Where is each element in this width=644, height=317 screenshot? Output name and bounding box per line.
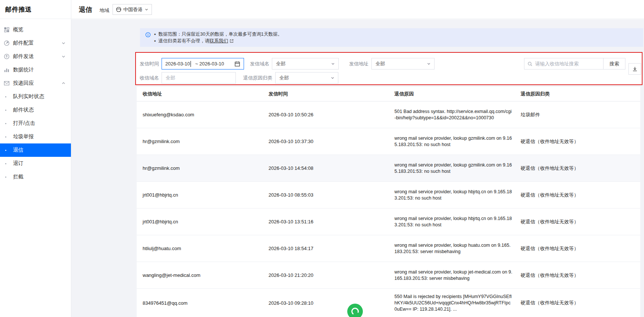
cell-bounce-category: 硬退信（收件地址无效等）	[521, 245, 640, 252]
page-title: 退信	[79, 5, 92, 14]
search-input[interactable]: 请输入收信地址搜索	[524, 58, 603, 69]
sidebar-subitem-2[interactable]: 打开/点击	[0, 117, 71, 130]
col-bounce-reason: 退信原因	[394, 91, 521, 97]
bullet-icon	[5, 123, 6, 124]
region-value: 中国香港	[123, 6, 143, 13]
send-address-select[interactable]: 全部	[371, 58, 435, 69]
cell-bounce-category: 硬退信（收件地址无效等）	[521, 219, 640, 225]
download-icon	[632, 66, 638, 72]
filter-panel: 发信时间 2026-03-10 ~ 2026-03-10 发信域名 全部 发信地…	[135, 52, 643, 85]
cell-bounce-category: 垃圾邮件	[521, 111, 640, 118]
cell-send-time: 2026-03-10 10:50:26	[269, 112, 394, 117]
col-send-time: 发信时间	[269, 91, 394, 97]
loading-spinner	[347, 304, 363, 317]
sidebar-item-label: 邮件配置	[13, 40, 34, 46]
table-row: 834976451@qq.com 2026-03-10 09:28:10 550…	[137, 289, 640, 317]
sidebar-subitem-label: 邮件状态	[13, 107, 34, 113]
mail-icon	[4, 80, 10, 86]
col-recipient-address: 收信地址	[143, 91, 269, 97]
cell-bounce-reason: wrong mail service provider, lookup gzmi…	[394, 162, 521, 175]
cell-send-time: 2026-03-10 08:55:03	[269, 192, 394, 198]
bounce-table: 收信地址 发信时间 退信原因 退信原因归类 shixuefeng@ksdao.c…	[137, 87, 640, 317]
sidebar-item-label: 概览	[13, 26, 23, 33]
send-domain-value: 全部	[276, 61, 286, 67]
table-row: htliulj@huatu.com 2026-03-10 18:54:17 wr…	[137, 235, 640, 262]
bullet-icon	[5, 177, 6, 178]
cell-bounce-reason: 550 Mail is rejected by recipients [MHum…	[394, 294, 521, 313]
date-end-value: ~ 2026-03-10	[195, 61, 224, 67]
table-row: hr@gzmilink.com 2026-03-10 14:54:08 wron…	[137, 155, 640, 182]
cell-bounce-reason: wrong mail service provider, lookup hbjr…	[394, 189, 521, 201]
cell-recipient-address: hr@gzmilink.com	[143, 165, 269, 171]
cell-recipient-address: jrt001@hbjrtq.cn	[143, 219, 269, 224]
sidebar-subitem-label: 垃圾举报	[13, 133, 34, 140]
bounce-category-value: 全部	[279, 75, 289, 81]
table-row: hr@gzmilink.com 2026-03-10 10:37:30 wron…	[137, 128, 640, 155]
config-icon	[4, 40, 10, 46]
send-domain-select[interactable]: 全部	[272, 58, 339, 69]
bullet-icon	[5, 163, 6, 164]
grid-icon	[4, 27, 10, 33]
table-row: shixuefeng@ksdao.com 2026-03-10 10:50:26…	[137, 101, 640, 128]
contact-us-link[interactable]: 联系我们	[209, 38, 228, 45]
sidebar-item-label: 数据统计	[13, 67, 34, 73]
send-address-label: 发信地址	[349, 61, 368, 67]
search-placeholder: 请输入收信地址搜索	[535, 61, 579, 67]
cell-recipient-address: htliulj@huatu.com	[143, 246, 269, 251]
banner-text-2: 退信归类若有不合理，请	[159, 38, 210, 45]
date-start-value: 2026-03-10	[165, 61, 190, 67]
info-banner: • 数据范围：只保留近30天的数据，单次最多可查询1天数据。 • 退信归类若有不…	[140, 28, 643, 47]
cell-recipient-address: shixuefeng@ksdao.com	[143, 112, 269, 117]
region-selector[interactable]: 中国香港	[113, 4, 152, 15]
region-label: 地域	[100, 7, 109, 14]
table-row: jrt001@hbjrtq.cn 2026-03-10 08:55:03 wro…	[137, 182, 640, 208]
banner-text-1: 数据范围：只保留近30天的数据，单次最多可查询1天数据。	[159, 31, 282, 38]
sidebar-item-0[interactable]: 概览	[0, 23, 71, 36]
cell-recipient-address: hr@gzmilink.com	[143, 139, 269, 144]
cell-bounce-category: 硬退信（收件地址无效等）	[521, 192, 640, 198]
globe-icon	[116, 7, 121, 12]
chevron-down-icon	[61, 41, 66, 45]
cell-recipient-address: 834976451@qq.com	[143, 300, 269, 306]
cell-send-time: 2026-03-10 21:20:20	[269, 272, 394, 278]
cell-bounce-category: 硬退信（收件地址无效等）	[521, 300, 640, 306]
cell-bounce-reason: wrong mail service provider, lookup gzmi…	[394, 135, 521, 148]
app-header: 邮件推送	[0, 0, 71, 19]
bounce-category-select[interactable]: 全部	[275, 72, 338, 84]
cell-send-time: 2026-03-10 14:54:08	[269, 165, 394, 171]
table-header: 收信地址 发信时间 退信原因 退信原因归类	[137, 87, 640, 101]
sidebar-subitem-1[interactable]: 邮件状态	[0, 103, 71, 117]
send-time-label: 发信时间	[140, 61, 159, 67]
date-range-input[interactable]: 2026-03-10 ~ 2026-03-10	[162, 58, 244, 69]
sidebar-subitem-0[interactable]: 队列实时状态	[0, 90, 71, 103]
sidebar-item-2[interactable]: 邮件发送	[0, 50, 71, 63]
sidebar-subitem-5[interactable]: 退订	[0, 157, 71, 170]
send-address-value: 全部	[375, 61, 385, 67]
banner-line-1: • 数据范围：只保留近30天的数据，单次最多可查询1天数据。	[154, 31, 282, 38]
sidebar-item-4[interactable]: 投递回应	[0, 77, 71, 90]
sidebar-subitem-3[interactable]: 垃圾举报	[0, 130, 71, 143]
topbar: 邮件推送 退信 地域 中国香港	[0, 0, 644, 19]
send-domain-label: 发信域名	[250, 61, 269, 67]
cell-bounce-reason: wrong mail service provider, lookup jet-…	[394, 269, 521, 282]
table-row: jrt001@hbjrtq.cn 2026-03-10 13:51:16 wro…	[137, 208, 640, 235]
sidebar-item-3[interactable]: 数据统计	[0, 63, 71, 77]
sidebar-item-1[interactable]: 邮件配置	[0, 36, 71, 50]
sidebar-subitem-label: 打开/点击	[13, 120, 35, 127]
main-content: • 数据范围：只保留近30天的数据，单次最多可查询1天数据。 • 退信归类若有不…	[71, 19, 644, 317]
chevron-down-icon	[331, 62, 335, 66]
col-bounce-category: 退信原因归类	[521, 91, 640, 97]
bullet-icon	[5, 110, 6, 111]
cell-recipient-address: jrt001@hbjrtq.cn	[143, 192, 269, 198]
sidebar-subitem-4[interactable]: 退信	[0, 143, 71, 157]
external-link-icon	[230, 39, 234, 43]
recv-domain-input[interactable]: 全部	[162, 72, 236, 84]
calendar-icon[interactable]	[234, 61, 240, 67]
send-icon	[4, 54, 10, 59]
chart-icon	[4, 67, 10, 73]
sidebar-subitem-6[interactable]: 拦截	[0, 170, 71, 184]
search-button[interactable]: 搜索	[603, 58, 625, 69]
cell-bounce-reason: wrong mail service provider, lookup huat…	[394, 242, 521, 255]
sidebar-item-label: 投递回应	[13, 80, 34, 87]
recv-domain-placeholder: 全部	[166, 75, 175, 81]
